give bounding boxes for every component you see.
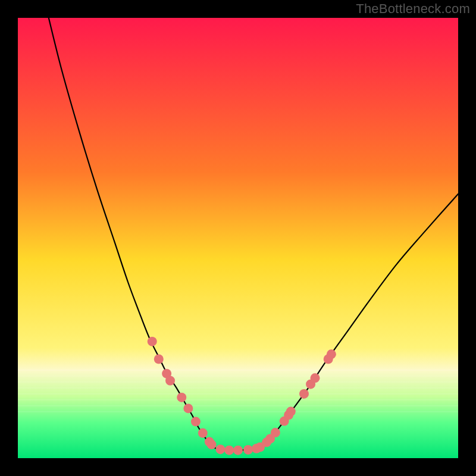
data-point [191, 417, 201, 427]
data-point [148, 337, 157, 346]
data-point [215, 444, 225, 454]
watermark-text: TheBottleneck.com [356, 2, 470, 15]
gradient-bg [18, 18, 458, 458]
data-point [198, 428, 208, 438]
data-point [154, 355, 164, 364]
data-point [183, 403, 193, 413]
chart-frame: TheBottleneck.com [0, 0, 476, 476]
data-point [177, 393, 186, 402]
plot-svg [18, 18, 458, 458]
data-point [286, 407, 296, 416]
data-point [327, 349, 336, 359]
plot-area [18, 18, 458, 458]
data-point [271, 428, 280, 437]
data-point [233, 446, 243, 455]
data-point [165, 376, 175, 386]
data-point [243, 445, 253, 455]
data-point [207, 440, 217, 449]
data-point [224, 446, 234, 455]
data-point [311, 373, 320, 383]
data-point [299, 389, 309, 399]
